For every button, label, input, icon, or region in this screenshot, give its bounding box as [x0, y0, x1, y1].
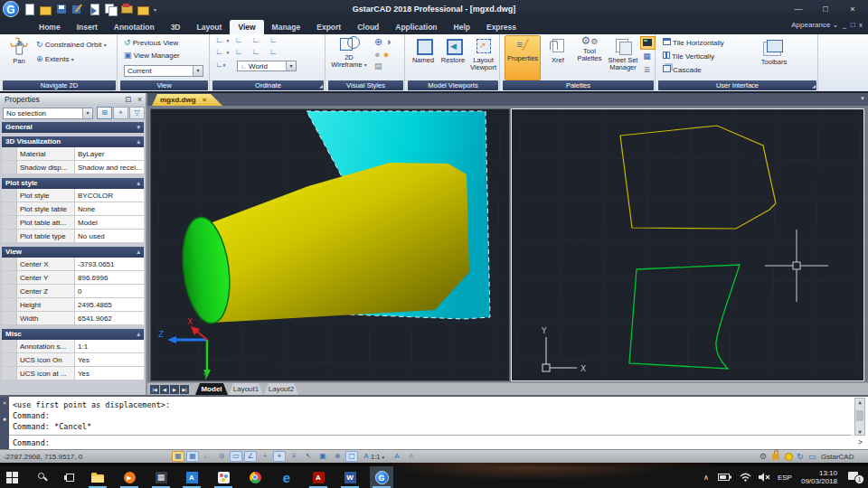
pan-button[interactable]: Pan: [5, 36, 33, 80]
section-plot-style[interactable]: Plot style▴: [2, 178, 144, 189]
pin-icon[interactable]: ⊡: [125, 93, 131, 106]
lineweight-toggle[interactable]: ≡: [288, 451, 300, 462]
doc-tab-overflow-icon[interactable]: ▼: [860, 96, 865, 101]
properties-palette-button[interactable]: ≡╱ Properties: [505, 35, 541, 80]
section-general[interactable]: General▾: [2, 122, 144, 133]
ucs-z-axis-icon[interactable]: ∟: [269, 47, 281, 56]
esnap-toggle[interactable]: ▭: [230, 451, 242, 462]
ucs-world-icon[interactable]: ∟: [269, 35, 281, 44]
first-tab-button[interactable]: |◀: [150, 385, 159, 394]
gear-icon[interactable]: ⚙: [760, 452, 767, 461]
tab-view[interactable]: View: [230, 20, 263, 34]
tab-cloud[interactable]: Cloud: [349, 20, 387, 34]
start-button[interactable]: [0, 466, 24, 488]
ucs-face-icon[interactable]: ∟: [252, 47, 264, 56]
command-input[interactable]: Command:: [13, 438, 50, 447]
new-file-icon[interactable]: [24, 4, 35, 15]
battery-icon[interactable]: [718, 473, 732, 482]
next-tab-button[interactable]: ▶: [170, 385, 179, 394]
realistic-style-icon[interactable]: ●: [383, 49, 390, 60]
chrome-button[interactable]: [243, 466, 267, 488]
quick-properties-toggle[interactable]: ↖: [302, 451, 315, 462]
command-line-palette-button[interactable]: [640, 36, 656, 50]
tab-3d[interactable]: 3D: [163, 20, 189, 34]
lock-icon[interactable]: [772, 454, 779, 460]
tab-home[interactable]: Home: [31, 20, 69, 34]
cascade-button[interactable]: Cascade: [663, 65, 702, 74]
toolbars-button[interactable]: Toolbars: [755, 37, 793, 79]
viewport-toggle[interactable]: ▢: [345, 451, 358, 462]
action-center-button[interactable]: 1: [848, 471, 863, 483]
command-scrollbar[interactable]: ▲ ▼: [854, 398, 865, 436]
annotation-visibility-toggle[interactable]: A: [405, 451, 418, 462]
file-explorer-button[interactable]: [86, 466, 109, 488]
chevron-down-icon[interactable]: ▾: [227, 50, 230, 55]
pin-icon[interactable]: ▪: [0, 416, 9, 423]
ucs-previous-icon[interactable]: ∟: [252, 35, 264, 44]
restore-button[interactable]: □: [812, 0, 839, 19]
monitor-icon[interactable]: ▭: [808, 452, 816, 461]
media-player-button[interactable]: ▶: [118, 466, 141, 488]
annotation-auto-toggle[interactable]: A: [391, 451, 403, 462]
scroll-down-icon[interactable]: ▼: [855, 428, 864, 435]
chevron-down-icon[interactable]: ▾: [82, 108, 92, 118]
tab-application[interactable]: Application: [387, 20, 445, 34]
chevron-up-icon[interactable]: ▴: [137, 178, 140, 189]
2d-wireframe-button[interactable]: 2D Wireframe ▾: [329, 36, 369, 80]
chevron-down-icon[interactable]: ▾: [227, 38, 230, 43]
tab-layout[interactable]: Layout: [189, 20, 231, 34]
ucs-view-icon[interactable]: ∟: [215, 60, 223, 69]
paint-button[interactable]: [212, 466, 235, 488]
annotation-scale-value[interactable]: 1:1 ▾: [371, 453, 384, 461]
ucs-icon[interactable]: ∟: [215, 35, 227, 44]
ducs-toggle[interactable]: +: [259, 451, 271, 462]
chevron-up-icon[interactable]: ▴: [137, 136, 140, 147]
tile-horizontally-button[interactable]: Tile Horizontally: [663, 38, 724, 47]
tab-layout2[interactable]: Layout2: [264, 383, 298, 395]
view-manager-button[interactable]: ▣ View Manager: [124, 51, 180, 60]
previous-view-button[interactable]: ↺ Previous View: [124, 38, 178, 47]
close-icon[interactable]: ×: [203, 96, 207, 104]
minimize-button[interactable]: —: [785, 0, 812, 19]
wifi-icon[interactable]: [740, 473, 751, 482]
tab-layout1[interactable]: Layout1: [229, 383, 263, 395]
tab-export[interactable]: Export: [308, 20, 349, 34]
snap-toggle[interactable]: ▦: [172, 451, 184, 462]
dyn-toggle[interactable]: ⌖: [273, 451, 286, 462]
copy-icon[interactable]: [105, 4, 117, 15]
qat-overflow-icon[interactable]: ▾: [154, 6, 156, 13]
speaker-muted-icon[interactable]: [759, 473, 770, 482]
selection-combobox[interactable]: No selection ▾: [3, 108, 93, 119]
tile-vertically-button[interactable]: Tile Vertically: [663, 52, 714, 61]
command-expand-icon[interactable]: >: [858, 438, 863, 446]
named-viewports-button[interactable]: Named: [409, 37, 438, 79]
tab-manage[interactable]: Manage: [264, 20, 309, 34]
calculator-palette-button[interactable]: ▦: [640, 51, 654, 62]
xref-button[interactable]: Xref: [543, 37, 572, 79]
section-misc[interactable]: Misc▴: [2, 329, 144, 340]
tab-help[interactable]: Help: [446, 20, 478, 34]
close-icon[interactable]: ×: [0, 399, 9, 407]
ucs-origin-icon[interactable]: ∟: [235, 35, 247, 44]
grid-toggle[interactable]: ▦: [186, 451, 199, 462]
ucs-world-combobox[interactable]: ∟ World ▾: [237, 61, 297, 71]
task-view-button[interactable]: [58, 466, 81, 488]
folder-icon[interactable]: [137, 4, 149, 15]
model-viewport-left[interactable]: Z X Y: [150, 108, 510, 381]
chevron-up-icon[interactable]: ▴: [137, 247, 140, 258]
gstarcad-logo-icon[interactable]: G: [3, 1, 19, 17]
tab-insert[interactable]: Insert: [69, 20, 106, 34]
lightbulb-icon[interactable]: [785, 453, 793, 461]
search-button[interactable]: [31, 466, 54, 488]
tab-annotation[interactable]: Annotation: [106, 20, 163, 34]
wireframe-style-icon[interactable]: ⊕: [374, 36, 382, 47]
ucs-named-icon[interactable]: ∟: [215, 47, 227, 56]
document-tab-mgxd[interactable]: mgxd.dwg ×: [152, 94, 222, 106]
refresh-icon[interactable]: ↻: [797, 452, 804, 461]
dialog-launcher-icon[interactable]: ◢: [812, 83, 816, 89]
import-icon[interactable]: [89, 4, 100, 15]
polar-toggle[interactable]: ⊙: [215, 451, 228, 462]
quick-select-button[interactable]: ▽: [129, 107, 145, 119]
current-view-combobox[interactable]: Current ▾: [124, 65, 203, 77]
gstarcad-taskbar-button[interactable]: G: [370, 466, 393, 488]
